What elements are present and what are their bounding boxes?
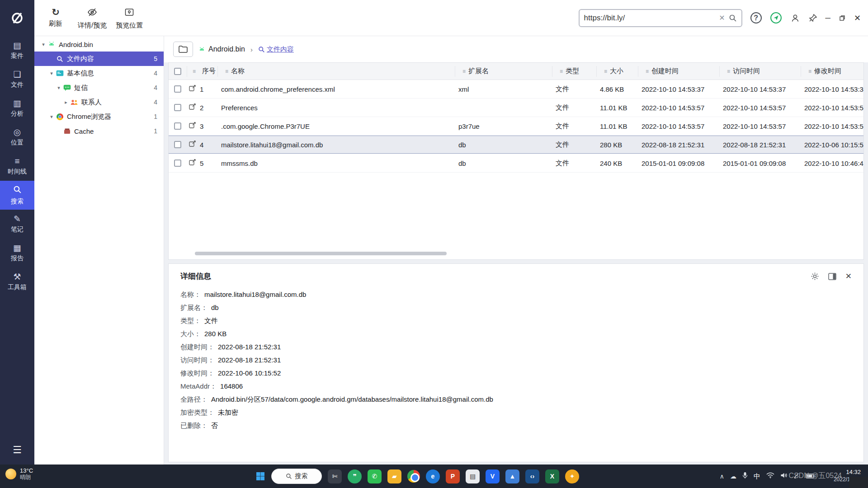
tree-item-sms[interactable]: ▾ 短信 4 (34, 80, 164, 95)
preview-location-button[interactable]: 预览位置 (112, 3, 146, 33)
sidebar-item-notes[interactable]: ✎ 笔记 (0, 210, 34, 239)
taskbar-app-chrome[interactable] (407, 470, 420, 483)
pen-icon[interactable] (793, 472, 800, 480)
clear-input-icon[interactable]: ✕ (719, 14, 725, 22)
sidebar-item-report[interactable]: ▦ 报告 (0, 239, 34, 267)
tree-item-basic-info[interactable]: ▾ 基本信息 4 (34, 66, 164, 80)
horizontal-scrollbar[interactable] (195, 252, 447, 255)
open-file-icon[interactable] (189, 103, 196, 112)
row-checkbox[interactable] (174, 160, 181, 167)
column-menu-icon[interactable]: ≡ (646, 68, 649, 75)
taskbar-app-messages[interactable]: ✆ (368, 469, 382, 483)
caret-down-icon[interactable]: ▾ (55, 85, 62, 91)
show-desktop-corner[interactable] (849, 477, 868, 488)
taskbar-app-snipping-tool[interactable]: ✄ (328, 469, 342, 483)
sidebar-item-analysis[interactable]: ▥ 分析 (0, 94, 34, 123)
battery-icon[interactable] (806, 472, 815, 480)
column-menu-icon[interactable]: ≡ (193, 68, 196, 75)
tree-item-file-content[interactable]: 文件内容 5 (34, 52, 164, 66)
minimize-button[interactable]: ─ (826, 14, 830, 22)
maximize-button[interactable] (839, 14, 846, 22)
start-button[interactable] (255, 471, 265, 481)
sidebar-item-toolbox[interactable]: ⚒ 工具箱 (0, 267, 34, 296)
wifi-icon[interactable] (766, 472, 774, 480)
tree-item-chrome-browser[interactable]: ▾ Chrome浏览器 1 (34, 109, 164, 124)
tree-item-contacts[interactable]: ▸ 联系人 4 (34, 95, 164, 109)
taskbar-app-notepad[interactable]: ▤ (466, 469, 480, 483)
sidebar-item-location[interactable]: ◎ 位置 (0, 123, 34, 152)
column-menu-icon[interactable]: ≡ (604, 68, 607, 75)
column-header-size[interactable]: ≡ 大小 (596, 66, 638, 77)
column-header-created[interactable]: ≡ 创建时间 (638, 66, 719, 77)
row-checkbox[interactable] (174, 122, 181, 130)
taskbar-app-vscode[interactable]: ‹› (525, 469, 539, 483)
caret-down-icon[interactable]: ▾ (48, 114, 55, 120)
row-checkbox[interactable] (174, 141, 181, 148)
taskbar-app-voov-meeting[interactable]: V (486, 469, 500, 483)
app-logo[interactable] (0, 0, 34, 36)
breadcrumb-root[interactable]: Android.bin (198, 45, 245, 53)
tree-item-cache[interactable]: Cache 1 (34, 124, 164, 138)
ime-language-indicator[interactable]: 中 (754, 472, 760, 481)
caret-down-icon[interactable]: ▾ (40, 42, 47, 47)
detail-preview-button[interactable]: 详情/预览 (74, 3, 110, 33)
taskbar-app-photos[interactable]: ▲ (505, 469, 519, 483)
caret-down-icon[interactable]: ▾ (48, 70, 55, 76)
taskbar-app-wechat[interactable]: ❞ (348, 469, 362, 483)
detail-close-button[interactable]: ✕ (845, 272, 852, 281)
taskbar-app-edge[interactable]: e (426, 469, 440, 483)
column-header-accessed[interactable]: ≡ 访问时间 (719, 66, 801, 77)
table-row[interactable]: 1 com.android.chrome_preferences.xml xml… (169, 80, 863, 99)
breadcrumb-current-link[interactable]: 文件内容 (258, 45, 294, 54)
column-header-modified[interactable]: ≡ 修改时间 (801, 66, 864, 77)
row-checkbox[interactable] (174, 85, 181, 93)
tree-item-android-bin[interactable]: ▾ Android.bin (34, 37, 164, 52)
sidebar-item-timeline[interactable]: ≡ 时间线 (0, 152, 34, 181)
column-header-name[interactable]: ≡ 名称 (217, 66, 455, 77)
refresh-button[interactable]: ↻ 刷新 (39, 3, 72, 32)
folder-view-button[interactable] (173, 42, 193, 57)
column-menu-icon[interactable]: ≡ (462, 68, 466, 75)
pin-window-button[interactable] (808, 14, 817, 23)
table-row[interactable]: 5 mmssms.db db 文件 240 KB 2015-01-01 09:0… (169, 154, 863, 173)
open-file-icon[interactable] (189, 159, 196, 168)
column-header-type[interactable]: ≡ 类型 (552, 66, 596, 77)
detail-settings-button[interactable] (811, 272, 819, 281)
url-input[interactable] (584, 14, 716, 23)
row-checkbox[interactable] (174, 104, 181, 111)
column-menu-icon[interactable]: ≡ (225, 68, 228, 75)
column-menu-icon[interactable]: ≡ (727, 68, 730, 75)
column-menu-icon[interactable]: ≡ (808, 68, 811, 75)
table-row[interactable]: 3 .com.google.Chrome.P3r7UE p3r7ue 文件 11… (169, 117, 863, 136)
taskbar-app-powerpoint[interactable]: P (446, 469, 460, 483)
taskbar-weather-widget[interactable]: 13°C 晴朗 (5, 467, 33, 481)
open-file-icon[interactable] (189, 84, 196, 94)
search-submit-icon[interactable] (729, 14, 737, 22)
column-header-ext[interactable]: ≡ 扩展名 (455, 66, 552, 77)
onedrive-cloud-icon[interactable]: ☁ (730, 473, 736, 480)
column-menu-icon[interactable]: ≡ (560, 68, 563, 75)
table-row[interactable]: 2 Preferences 文件 11.01 KB 2022-10-10 14:… (169, 99, 863, 117)
taskbar-app-excel[interactable]: X (545, 469, 559, 483)
license-status-button[interactable] (770, 12, 782, 24)
help-button[interactable]: ? (750, 12, 762, 23)
open-file-icon[interactable] (189, 140, 196, 149)
close-button[interactable]: ✕ (854, 13, 861, 23)
microphone-icon[interactable] (742, 472, 748, 481)
sidebar-item-case[interactable]: ▤ 案件 (0, 36, 34, 65)
sidebar-item-search[interactable]: 搜索 (0, 181, 34, 210)
open-file-icon[interactable] (189, 122, 196, 131)
caret-right-icon[interactable]: ▸ (62, 99, 70, 105)
sidebar-item-files[interactable]: ❏ 文件 (0, 65, 34, 94)
tray-chevron-up-icon[interactable]: ∧ (720, 473, 724, 480)
taskbar-app-file-explorer[interactable]: ▰ (387, 469, 401, 483)
table-row-selected[interactable]: 4 mailstore.litahui18@gmail.com.db db 文件… (169, 136, 863, 154)
detail-dock-button[interactable] (828, 273, 836, 280)
user-account-button[interactable] (790, 13, 800, 23)
column-header-no[interactable]: ≡ 序号 (187, 66, 217, 77)
taskbar-search[interactable]: 搜索 (271, 469, 322, 484)
select-all-checkbox[interactable] (174, 68, 181, 75)
sidebar-menu-button[interactable]: ☰ (0, 439, 34, 461)
taskbar-app-sticker[interactable]: ✦ (565, 469, 579, 483)
volume-icon[interactable] (780, 472, 788, 480)
